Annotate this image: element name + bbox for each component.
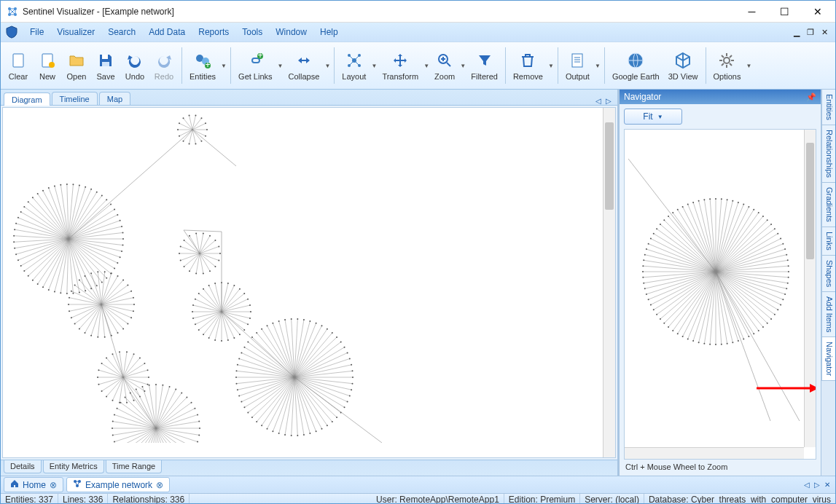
navigator-canvas[interactable]: [624, 129, 816, 460]
navigator-vscroll[interactable]: [804, 130, 816, 447]
svg-point-688: [727, 199, 728, 200]
svg-point-87: [17, 217, 19, 218]
toolbar-options-button[interactable]: Options: [709, 44, 746, 87]
dropdown-icon[interactable]: ▼: [594, 44, 601, 87]
doctab-next-icon[interactable]: ▷: [812, 481, 822, 489]
tab-details[interactable]: Details: [4, 460, 42, 473]
svg-point-694: [743, 204, 744, 205]
svg-point-297: [126, 402, 128, 403]
svg-line-336: [156, 428, 195, 443]
side-tab-links[interactable]: Links: [821, 227, 835, 256]
menu-window[interactable]: Window: [270, 25, 313, 39]
toolbar-new-button[interactable]: New: [33, 44, 62, 87]
toolbar-transform-button[interactable]: Transform: [378, 44, 423, 87]
svg-point-582: [770, 318, 772, 320]
toolbar-open-button[interactable]: Open: [62, 44, 91, 87]
toolbar-collapse-button[interactable]: Collapse: [284, 44, 324, 87]
svg-point-718: [786, 254, 787, 256]
svg-point-714: [782, 243, 784, 245]
toolbar-filtered-button[interactable]: Filtered: [466, 44, 502, 87]
diagram-canvas[interactable]: [3, 108, 603, 457]
svg-point-157: [79, 328, 80, 329]
toolbar-output-button[interactable]: Output: [561, 44, 594, 87]
app-menu-icon: [5, 25, 18, 39]
navigator-hscroll[interactable]: [625, 447, 804, 459]
vertical-scrollbar[interactable]: [603, 108, 615, 457]
close-tab-icon[interactable]: ⊗: [50, 480, 57, 490]
pin-icon[interactable]: 📌: [806, 92, 816, 102]
toolbar-googleearth-button[interactable]: Google Earth: [608, 44, 664, 87]
toolbar-redo-button[interactable]: Redo: [149, 44, 179, 87]
dropdown-icon[interactable]: ▼: [459, 44, 466, 87]
svg-point-279: [239, 288, 241, 290]
dropdown-icon[interactable]: ▼: [745, 44, 752, 87]
svg-point-447: [347, 401, 348, 403]
mdi-restore-icon[interactable]: ❐: [804, 26, 817, 39]
tab-timeline[interactable]: Timeline: [52, 92, 98, 105]
tab-map[interactable]: Map: [99, 92, 130, 105]
svg-point-453: [336, 417, 337, 418]
svg-point-101: [48, 187, 50, 189]
side-tab-entities[interactable]: Entities: [821, 89, 835, 125]
svg-point-676: [692, 202, 694, 203]
side-tab-shapes[interactable]: Shapes: [821, 255, 835, 292]
svg-line-446: [294, 377, 348, 402]
doctab-home[interactable]: Home ⊗: [4, 477, 63, 492]
dropdown-icon[interactable]: ▼: [220, 44, 227, 87]
svg-rect-21: [572, 54, 582, 67]
dropdown-icon[interactable]: ▼: [370, 44, 378, 87]
side-tab-add-items[interactable]: Add Items: [821, 291, 835, 338]
tab-next-icon[interactable]: ▷: [604, 97, 613, 105]
svg-point-529: [303, 319, 305, 320]
tab-time-range[interactable]: Time Range: [106, 460, 163, 473]
toolbar-undo-button[interactable]: Undo: [120, 44, 149, 87]
svg-point-604: [715, 344, 716, 345]
menu-file[interactable]: File: [24, 25, 50, 39]
toolbar-clear-button[interactable]: Clear: [4, 44, 33, 87]
mdi-minimize-icon[interactable]: ▁: [791, 26, 802, 39]
tab-prev-icon[interactable]: ◁: [594, 97, 603, 105]
menu-tools[interactable]: Tools: [236, 25, 268, 39]
svg-point-59: [48, 289, 50, 291]
dropdown-icon[interactable]: ▼: [423, 44, 430, 87]
fit-button[interactable]: Fit ▼: [624, 109, 682, 125]
doctab-prev-icon[interactable]: ◁: [802, 481, 812, 489]
toolbar-zoom-button[interactable]: Zoom: [430, 44, 459, 87]
toolbar-3dview-button[interactable]: 3D View: [664, 44, 703, 87]
side-tab-relationships[interactable]: Relationships: [821, 125, 835, 183]
svg-line-657: [654, 234, 716, 272]
toolbar-layout-button[interactable]: Layout: [337, 44, 370, 87]
svg-point-85: [15, 223, 17, 224]
doctab-example-network[interactable]: Example network ⊗: [66, 477, 170, 492]
svg-point-489: [241, 401, 242, 403]
tab-entity-metrics[interactable]: Entity Metrics: [43, 460, 104, 473]
mdi-close-icon[interactable]: ✕: [819, 26, 831, 39]
svg-line-240: [222, 312, 234, 338]
svg-point-644: [642, 271, 644, 272]
menu-add-data[interactable]: Add Data: [143, 25, 191, 39]
close-button[interactable]: ✕: [801, 1, 834, 22]
side-tab-gradients[interactable]: Gradients: [821, 182, 835, 227]
tab-diagram[interactable]: Diagram: [4, 92, 50, 106]
close-tab-icon[interactable]: ⊗: [156, 480, 163, 490]
svg-point-535: [321, 325, 322, 326]
side-tab-navigator[interactable]: Navigator: [821, 336, 835, 381]
toolbar-save-button[interactable]: Save: [91, 44, 120, 87]
maximize-button[interactable]: ☐: [768, 1, 801, 22]
svg-point-63: [37, 283, 39, 285]
svg-point-205: [195, 273, 197, 275]
menu-visualizer[interactable]: Visualizer: [51, 25, 101, 39]
doctab-close-icon[interactable]: ✕: [822, 481, 832, 489]
menu-search[interactable]: Search: [102, 25, 141, 39]
menu-help[interactable]: Help: [314, 25, 344, 39]
svg-point-187: [122, 280, 124, 281]
dropdown-icon[interactable]: ▼: [324, 44, 331, 87]
svg-point-433: [195, 115, 196, 117]
toolbar-getlinks-button[interactable]: +Get Links: [234, 44, 276, 87]
toolbar-remove-button[interactable]: Remove: [509, 44, 547, 87]
dropdown-icon[interactable]: ▼: [547, 44, 555, 87]
toolbar-entities-button[interactable]: +Entities: [185, 44, 220, 87]
minimize-button[interactable]: ─: [735, 1, 768, 22]
menu-reports[interactable]: Reports: [192, 25, 235, 39]
dropdown-icon[interactable]: ▼: [277, 44, 284, 87]
